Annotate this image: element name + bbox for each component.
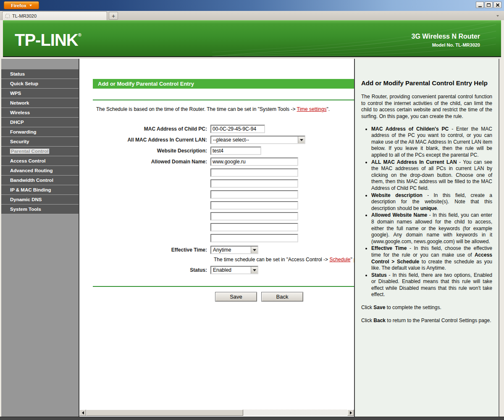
- effective-time-value: Anytime: [213, 247, 231, 253]
- dropdown-arrow-icon: [251, 247, 257, 253]
- help-bullet-list: MAC Address of Childen's PC - Enter the …: [371, 126, 492, 298]
- content-inner: Add or Modify Parental Control Entry The…: [79, 79, 354, 302]
- help-intro: The Router, providing convenient parenta…: [361, 94, 492, 120]
- arrow-right-icon: [350, 411, 354, 415]
- allowed-domain-input-5[interactable]: [210, 201, 298, 210]
- parental-control-form: MAC Address of Child PC: All MAC Address…: [79, 125, 354, 302]
- favicon-placeholder-icon: [5, 14, 10, 18]
- sidebar-item-quick-setup[interactable]: Quick Setup: [1, 79, 79, 89]
- sidebar-item-advanced-routing[interactable]: Advanced Routing: [1, 166, 79, 176]
- sidebar-item-label: Wireless: [10, 110, 30, 115]
- sidebar: StatusQuick SetupWPSNetworkWirelessDHCPF…: [1, 59, 79, 417]
- bottom-frame: [0, 417, 504, 420]
- status-select[interactable]: Enabled: [210, 266, 258, 274]
- help-title: Add or Modify Parental Control Entry Hel…: [361, 79, 492, 87]
- help-panel: Add or Modify Parental Control Entry Hel…: [354, 59, 499, 417]
- sidebar-menu: StatusQuick SetupWPSNetworkWirelessDHCPF…: [1, 69, 79, 214]
- router-header: TP-LINK® 3G Wireless N Router Model No. …: [3, 20, 501, 57]
- sidebar-item-bandwidth-control[interactable]: Bandwidth Control: [1, 176, 79, 185]
- sidebar-item-status[interactable]: Status: [1, 69, 79, 79]
- effective-time-label: Effective Time:: [79, 247, 210, 253]
- back-button[interactable]: Back: [261, 292, 303, 302]
- product-name: 3G Wireless N Router: [412, 33, 480, 40]
- dropdown-arrow-icon: [251, 267, 257, 273]
- schedule-link[interactable]: Schedule: [329, 257, 350, 262]
- close-button[interactable]: [494, 2, 501, 8]
- sidebar-item-label: Bandwidth Control: [10, 178, 53, 183]
- mac-address-input[interactable]: [210, 125, 265, 133]
- help-bullet: Website description - In this field, cre…: [371, 192, 492, 212]
- sidebar-item-wireless[interactable]: Wireless: [1, 108, 79, 118]
- scrollbar-thumb[interactable]: [86, 410, 243, 416]
- arrow-left-icon: [80, 411, 84, 415]
- dropdown-arrow-icon: [298, 136, 304, 143]
- list-tabs-button[interactable]: [496, 15, 499, 18]
- time-settings-link[interactable]: Time settings: [297, 106, 327, 112]
- allowed-domain-input-1[interactable]: [210, 158, 298, 166]
- maximize-icon: [487, 3, 491, 7]
- sidebar-item-access-control[interactable]: Access Control: [1, 156, 79, 166]
- sidebar-item-label: Network: [10, 100, 29, 105]
- sidebar-item-label: DHCP: [10, 120, 24, 125]
- sidebar-item-label: Forwarding: [10, 129, 37, 134]
- allowed-domain-input-3[interactable]: [210, 179, 298, 188]
- sidebar-item-label: WPS: [10, 91, 21, 96]
- sidebar-item-network[interactable]: Network: [1, 98, 79, 108]
- allowed-domain-input-6[interactable]: [210, 212, 298, 220]
- sidebar-item-security[interactable]: Security: [1, 137, 79, 147]
- sidebar-item-parental-control[interactable]: Parental Control: [1, 147, 79, 156]
- mac-address-label: MAC Address of Child PC:: [79, 126, 210, 132]
- allowed-domain-input-8[interactable]: [210, 234, 298, 242]
- status-value: Enabled: [213, 267, 231, 273]
- sidebar-item-label: Advanced Routing: [10, 168, 53, 173]
- lan-mac-select[interactable]: --please select--: [210, 136, 305, 144]
- help-bullet: MAC Address of Childen's PC - Enter the …: [371, 126, 492, 159]
- firefox-menu-label: Firefox: [11, 3, 26, 8]
- sidebar-item-system-tools[interactable]: System Tools: [1, 205, 79, 214]
- firefox-menu-button[interactable]: Firefox: [4, 1, 39, 9]
- allowed-domain-input-2[interactable]: [210, 168, 298, 177]
- window-controls: [476, 2, 501, 8]
- help-bullet: ALL MAC Address In Current LAN - You can…: [371, 159, 492, 192]
- sidebar-item-label: Status: [10, 71, 25, 76]
- new-tab-button[interactable]: +: [109, 12, 118, 20]
- help-bullet: Effective Time - In this field, choose t…: [371, 245, 492, 271]
- chevron-down-icon: [29, 5, 32, 8]
- tab-tl-mr3020[interactable]: TL-MR3020: [2, 11, 107, 20]
- allowed-domain-input-4[interactable]: [210, 190, 298, 199]
- model-number: Model No. TL-MR3020: [412, 42, 480, 47]
- minimize-icon: [478, 6, 482, 7]
- divider-line-top: [93, 100, 354, 100]
- help-footer: Click Save to complete the settings.Clic…: [361, 304, 492, 324]
- main-content: Add or Modify Parental Control Entry The…: [79, 59, 354, 417]
- sidebar-item-forwarding[interactable]: Forwarding: [1, 127, 79, 137]
- plus-icon: +: [112, 13, 115, 19]
- status-label: Status:: [79, 267, 210, 273]
- tab-bar: TL-MR3020 +: [0, 11, 504, 20]
- website-description-input[interactable]: [210, 147, 261, 155]
- website-description-label: Website Description:: [79, 148, 210, 154]
- effective-time-select[interactable]: Anytime: [210, 246, 258, 254]
- sidebar-item-wps[interactable]: WPS: [1, 89, 79, 98]
- minimize-button[interactable]: [476, 2, 484, 8]
- sidebar-item-dynamic-dns[interactable]: Dynamic DNS: [1, 195, 79, 205]
- scroll-right-button[interactable]: [347, 410, 354, 416]
- help-bullet: Allowed Website Name - In this field, yo…: [371, 212, 492, 245]
- scroll-left-button[interactable]: [79, 410, 86, 416]
- sidebar-item-label: IP & MAC Binding: [10, 187, 51, 192]
- page-title: Add or Modify Parental Control Entry: [93, 79, 354, 89]
- sidebar-item-ip-mac-binding[interactable]: IP & MAC Binding: [1, 185, 79, 195]
- maximize-button[interactable]: [485, 2, 493, 8]
- lan-mac-select-value: --please select--: [213, 137, 249, 143]
- sidebar-item-label: Quick Setup: [10, 81, 38, 86]
- page-body: StatusQuick SetupWPSNetworkWirelessDHCPF…: [0, 59, 504, 417]
- horizontal-scrollbar[interactable]: [79, 410, 354, 416]
- header-product-info: 3G Wireless N Router Model No. TL-MR3020: [412, 33, 480, 47]
- sidebar-item-label: System Tools: [10, 207, 41, 212]
- window-titlebar: Firefox: [0, 0, 504, 11]
- save-button[interactable]: Save: [215, 292, 257, 302]
- all-mac-label: All MAC Address In Current LAN:: [79, 137, 210, 143]
- allowed-domain-input-7[interactable]: [210, 223, 298, 231]
- tab-title: TL-MR3020: [12, 13, 37, 18]
- sidebar-item-dhcp[interactable]: DHCP: [1, 118, 79, 127]
